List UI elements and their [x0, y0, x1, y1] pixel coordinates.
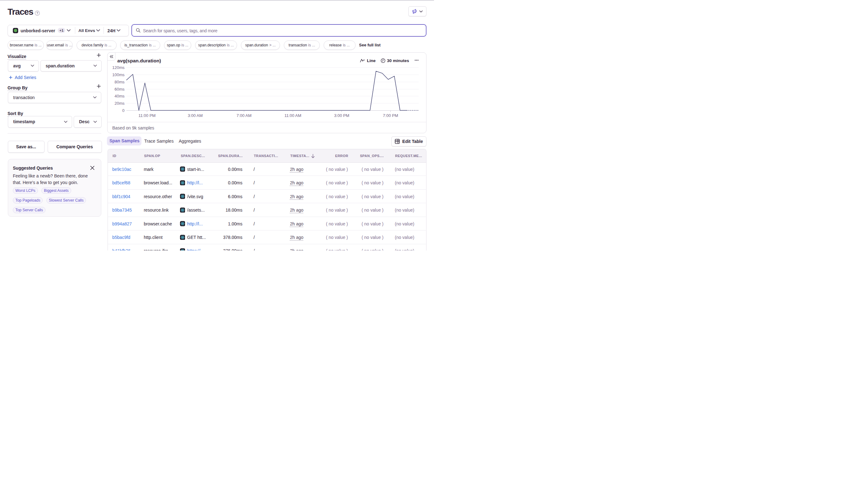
svg-text:?: ? [36, 11, 38, 15]
